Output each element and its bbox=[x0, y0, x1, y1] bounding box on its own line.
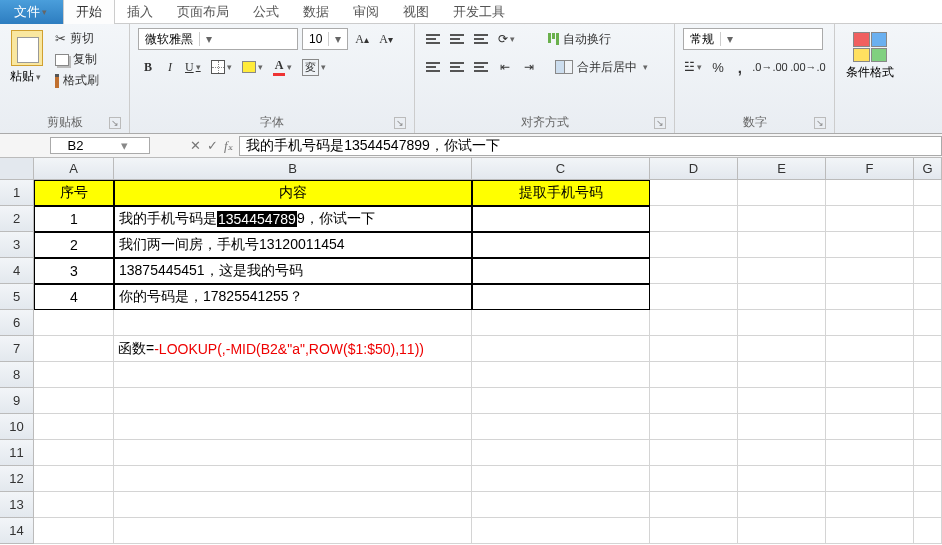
align-middle-button[interactable] bbox=[447, 28, 467, 50]
cell[interactable] bbox=[914, 336, 942, 362]
cell[interactable] bbox=[914, 388, 942, 414]
tab-review[interactable]: 审阅 bbox=[341, 0, 391, 24]
cell[interactable]: 3 bbox=[34, 258, 114, 284]
increase-decimal-button[interactable]: .0→.00 bbox=[752, 56, 788, 78]
cell[interactable] bbox=[34, 492, 114, 518]
col-header-B[interactable]: B bbox=[114, 158, 472, 180]
cell[interactable] bbox=[914, 284, 942, 310]
cell[interactable] bbox=[650, 414, 738, 440]
cell[interactable] bbox=[114, 492, 472, 518]
cell[interactable]: 我们两一间房，手机号13120011454 bbox=[114, 232, 472, 258]
cell[interactable] bbox=[472, 232, 650, 258]
row-header[interactable]: 8 bbox=[0, 362, 34, 388]
cell[interactable] bbox=[738, 440, 826, 466]
cell[interactable] bbox=[472, 466, 650, 492]
col-header-C[interactable]: C bbox=[472, 158, 650, 180]
cell[interactable]: 内容 bbox=[114, 180, 472, 206]
row-header[interactable]: 10 bbox=[0, 414, 34, 440]
number-format-combo[interactable]: 常规▾ bbox=[683, 28, 823, 50]
cell[interactable]: 你的号码是，17825541255？ bbox=[114, 284, 472, 310]
cell[interactable] bbox=[34, 440, 114, 466]
cell[interactable] bbox=[738, 466, 826, 492]
select-all-corner[interactable] bbox=[0, 158, 34, 180]
row-header[interactable]: 5 bbox=[0, 284, 34, 310]
cell[interactable]: 1 bbox=[34, 206, 114, 232]
cell-active[interactable]: 我的手机号码是13544547899，你试一下 bbox=[114, 206, 472, 232]
cancel-edit-icon[interactable]: ✕ bbox=[190, 138, 201, 153]
cell[interactable] bbox=[826, 362, 914, 388]
cell[interactable] bbox=[650, 388, 738, 414]
cell[interactable] bbox=[738, 180, 826, 206]
cell[interactable] bbox=[826, 440, 914, 466]
underline-button[interactable]: U▾ bbox=[182, 56, 206, 78]
cell[interactable]: 序号 bbox=[34, 180, 114, 206]
cell[interactable] bbox=[826, 336, 914, 362]
cell[interactable] bbox=[914, 466, 942, 492]
cell[interactable] bbox=[650, 258, 738, 284]
cell[interactable] bbox=[826, 284, 914, 310]
wrap-text-button[interactable]: 自动换行 bbox=[544, 29, 615, 50]
format-painter-button[interactable]: 格式刷 bbox=[51, 70, 103, 91]
formula-input[interactable]: 我的手机号码是13544547899，你试一下 bbox=[239, 136, 942, 156]
align-bottom-button[interactable] bbox=[471, 28, 491, 50]
merge-center-button[interactable]: 合并后居中▾ bbox=[551, 57, 654, 78]
cell[interactable] bbox=[826, 388, 914, 414]
cell[interactable] bbox=[650, 232, 738, 258]
cell[interactable] bbox=[34, 336, 114, 362]
cell[interactable] bbox=[826, 310, 914, 336]
row-header[interactable]: 2 bbox=[0, 206, 34, 232]
cut-button[interactable]: ✂剪切 bbox=[51, 28, 103, 49]
tab-data[interactable]: 数据 bbox=[291, 0, 341, 24]
tab-layout[interactable]: 页面布局 bbox=[165, 0, 241, 24]
tab-home[interactable]: 开始 bbox=[63, 0, 115, 24]
cell[interactable] bbox=[826, 180, 914, 206]
cell[interactable] bbox=[738, 518, 826, 544]
cell[interactable] bbox=[472, 414, 650, 440]
font-color-button[interactable]: A▾ bbox=[270, 56, 298, 78]
cell[interactable] bbox=[738, 206, 826, 232]
col-header-E[interactable]: E bbox=[738, 158, 826, 180]
cell[interactable] bbox=[914, 310, 942, 336]
decrease-decimal-button[interactable]: .00→.0 bbox=[790, 56, 826, 78]
paste-button[interactable]: 粘贴▾ bbox=[8, 28, 45, 91]
comma-button[interactable]: , bbox=[730, 56, 750, 78]
cell-formula-hint[interactable]: 函数=-LOOKUP(,-MID(B2&"a",ROW($1:$50),11)) bbox=[114, 336, 472, 362]
cell[interactable] bbox=[650, 310, 738, 336]
cell[interactable] bbox=[826, 206, 914, 232]
cell[interactable] bbox=[472, 492, 650, 518]
cell[interactable] bbox=[914, 414, 942, 440]
cell[interactable] bbox=[114, 414, 472, 440]
col-header-G[interactable]: G bbox=[914, 158, 942, 180]
cell[interactable] bbox=[34, 388, 114, 414]
tab-view[interactable]: 视图 bbox=[391, 0, 441, 24]
row-header[interactable]: 6 bbox=[0, 310, 34, 336]
tab-dev[interactable]: 开发工具 bbox=[441, 0, 517, 24]
cell[interactable] bbox=[34, 414, 114, 440]
cell[interactable] bbox=[114, 440, 472, 466]
row-header[interactable]: 3 bbox=[0, 232, 34, 258]
cell[interactable] bbox=[738, 414, 826, 440]
cell[interactable] bbox=[738, 336, 826, 362]
cell[interactable] bbox=[472, 284, 650, 310]
row-header[interactable]: 1 bbox=[0, 180, 34, 206]
cell[interactable] bbox=[114, 518, 472, 544]
cell[interactable] bbox=[738, 362, 826, 388]
increase-indent-button[interactable]: ⇥ bbox=[519, 56, 539, 78]
copy-button[interactable]: 复制 bbox=[51, 49, 103, 70]
phonetic-button[interactable]: 変▾ bbox=[299, 56, 331, 78]
col-header-A[interactable]: A bbox=[34, 158, 114, 180]
cell[interactable] bbox=[738, 388, 826, 414]
align-center-button[interactable] bbox=[447, 56, 467, 78]
cell[interactable] bbox=[650, 518, 738, 544]
orientation-button[interactable]: ⟳▾ bbox=[495, 28, 520, 50]
cell[interactable] bbox=[738, 284, 826, 310]
row-header[interactable]: 9 bbox=[0, 388, 34, 414]
cell[interactable] bbox=[914, 492, 942, 518]
cell[interactable] bbox=[650, 466, 738, 492]
fill-color-button[interactable]: ▾ bbox=[239, 56, 268, 78]
cell[interactable] bbox=[738, 310, 826, 336]
cell[interactable] bbox=[826, 232, 914, 258]
font-dialog-launcher[interactable]: ↘ bbox=[394, 117, 406, 129]
number-dialog-launcher[interactable]: ↘ bbox=[814, 117, 826, 129]
cell[interactable] bbox=[650, 492, 738, 518]
